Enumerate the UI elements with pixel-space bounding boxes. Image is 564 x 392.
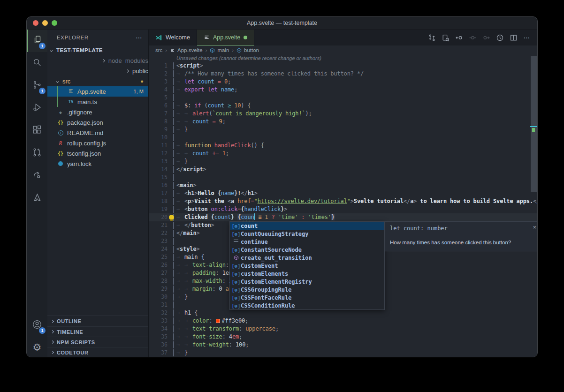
code-line-32[interactable]: 32→h1 { [149, 309, 537, 317]
split-editor-icon[interactable] [509, 33, 518, 42]
suggest-item-customelementregistry[interactable]: [⊜]CustomElementRegistry [230, 278, 384, 286]
sidebar-more-actions[interactable]: ⋯ [136, 34, 143, 41]
tab-welcome[interactable]: Welcome [149, 30, 197, 45]
settings-button[interactable]: ⚙ [27, 337, 47, 357]
suggest-item-continue[interactable]: continue [230, 238, 384, 246]
code-line-17[interactable]: 17→<h1>Hello {name}!</h1> [149, 189, 537, 197]
code-line-5[interactable]: 5 [149, 94, 537, 102]
code-line-11[interactable]: 11→function handleClick() { [149, 142, 537, 150]
code-line-19[interactable]: 19→<button on:click={handleClick}> [149, 205, 537, 213]
tree-item-app-svelte[interactable]: App.svelte1, M [47, 86, 148, 97]
account-badge: 1 [39, 327, 46, 334]
open-changes-icon[interactable] [441, 33, 450, 42]
code-line-4[interactable]: 4→export let name; [149, 86, 537, 94]
code-line-9[interactable]: 9→} [149, 126, 537, 134]
code-line-6[interactable]: 6→$: if (count ≥ 10) { [149, 102, 537, 110]
symbol-variable-icon: [⊜] [231, 279, 241, 285]
code-line-14[interactable]: 14</script> [149, 166, 537, 173]
code-line-12[interactable]: 12→→count += 1; [149, 150, 537, 158]
code-line-16[interactable]: 16<main> [149, 181, 537, 189]
suggest-item-customevent[interactable]: [⊜]CustomEvent [230, 262, 384, 270]
suggest-item-count[interactable]: [⊜]count [230, 222, 384, 230]
suggest-item-cssfontfacerule[interactable]: [⊜]CSSFontFaceRule [230, 294, 384, 302]
tree-item-src[interactable]: src● [47, 76, 148, 86]
tree-item--gitignore[interactable]: ◆.gitignore [47, 107, 148, 117]
run-and-debug-icon [32, 102, 42, 114]
activity-github-pr[interactable] [27, 142, 47, 165]
code-line-18[interactable]: 18→<p>Visit the <a href="https://svelte.… [149, 197, 537, 205]
suggest-item-countqueuingstrategy[interactable]: [⊜]CountQueuingStrategy [230, 230, 384, 238]
section-outline[interactable]: OUTLINE [47, 316, 148, 326]
section-codetour[interactable]: CODETOUR [47, 347, 148, 357]
activity-extensions[interactable] [27, 120, 47, 142]
breadcrumb-item-button[interactable]: button [236, 47, 259, 53]
suggest-docs-signature: let count: number [390, 225, 448, 232]
code-line-2[interactable]: 2→/** How many times has someone clicked… [149, 70, 537, 78]
code-line-1[interactable]: 1<script> [149, 62, 537, 70]
activity-azure[interactable] [27, 187, 47, 210]
braces-icon: {} [56, 151, 65, 156]
activity-live-share[interactable] [27, 165, 47, 187]
tab-label: Welcome [166, 34, 190, 41]
suggest-item-create_out_transition[interactable]: create_out_transition [230, 254, 384, 262]
breadcrumb-item-main[interactable]: main [210, 47, 229, 53]
code-line-10[interactable]: 10 [149, 134, 537, 142]
close-icon[interactable]: × [533, 224, 536, 231]
code-line-7[interactable]: 7→→alert(`count is dangerously high!`); [149, 110, 537, 118]
chevron-right-icon [102, 59, 105, 62]
tree-item-yarn-lock[interactable]: yarn.lock [47, 158, 148, 169]
suggest-item-cssconditionrule[interactable]: [⊜]CSSConditionRule [230, 302, 384, 309]
editor-scrollbar[interactable] [530, 55, 537, 357]
sidebar-sections: OUTLINETIMELINENPM SCRIPTSCODETOUR [47, 316, 148, 357]
breadcrumb-item-app-svelte[interactable]: App.svelte [170, 47, 203, 53]
tree-item-tsconfig-json[interactable]: {}tsconfig.json [47, 148, 148, 158]
activity-explorer[interactable]: 1 [27, 30, 47, 52]
tree-item-main-ts[interactable]: TSmain.ts [47, 97, 148, 107]
breadcrumb: src›App.svelte›main›button [149, 45, 537, 55]
chevron-right-icon [51, 319, 54, 323]
close-window-button[interactable] [33, 20, 38, 26]
tree-item-node-modules[interactable]: node_modules [47, 55, 148, 66]
code-line-36[interactable]: 36→→font-weight: 100; [149, 341, 537, 349]
code-line-20[interactable]: 20→Clicked {count} {coun ≡ 1 ? 'time' : … [149, 213, 537, 221]
breadcrumb-item-src[interactable]: src [155, 47, 162, 53]
suggest-item-cssgroupingrule[interactable]: [⊜]CSSGroupingRule [230, 286, 384, 294]
activity-source-control[interactable]: 1 [27, 75, 47, 97]
activity-search[interactable] [27, 52, 47, 75]
suggest-item-constantsourcenode[interactable]: [⊜]ConstantSourceNode [230, 246, 384, 254]
tree-item-public[interactable]: public [47, 66, 148, 76]
account-button[interactable]: 1 [27, 314, 47, 337]
modified-dot-icon[interactable] [244, 36, 247, 39]
tab-bar: Welcome App.svelte ⋯ [149, 30, 537, 45]
minimize-window-button[interactable] [42, 20, 48, 26]
more-actions-icon[interactable]: ⋯ [522, 33, 532, 42]
code-line-35[interactable]: 35→→font-size: 4em; [149, 333, 537, 341]
previous-change-icon[interactable] [454, 33, 464, 42]
activity-bar: 1 1 [27, 30, 47, 357]
tree-item-rollup-config-js[interactable]: Rrollup.config.js [47, 138, 148, 148]
code-line-13[interactable]: 13→} [149, 158, 537, 166]
code-line-15[interactable]: 15 [149, 173, 537, 181]
code-editor[interactable]: Unsaved changes (cannot determine recent… [149, 55, 537, 357]
tree-root-folder[interactable]: TEST-TEMPLATE [47, 45, 148, 55]
file-history-icon[interactable] [495, 33, 504, 42]
section-npm-scripts[interactable]: NPM SCRIPTS [47, 337, 148, 347]
color-swatch [216, 319, 220, 323]
activity-run-debug[interactable] [27, 97, 47, 120]
compare-changes-icon[interactable] [427, 33, 436, 42]
code-line-37[interactable]: 37→} [149, 349, 537, 357]
code-line-34[interactable]: 34→→text-transform: uppercase; [149, 325, 537, 333]
section-timeline[interactable]: TIMELINE [47, 326, 148, 337]
zoom-window-button[interactable] [52, 20, 57, 26]
code-line-8[interactable]: 8→→count = 9; [149, 118, 537, 126]
tab-app-svelte[interactable]: App.svelte [197, 30, 254, 45]
tree-item-readme-md[interactable]: iREADME.md [47, 128, 148, 138]
lightbulb-icon[interactable] [169, 215, 174, 220]
tree-item-package-json[interactable]: {}package.json [47, 117, 148, 128]
scrollbar-slider[interactable] [531, 56, 537, 192]
suggest-item-customelements[interactable]: [⊜]customElements [230, 270, 384, 278]
gutter-change-icon[interactable] [468, 33, 477, 42]
code-line-33[interactable]: 33→→color: #ff3e00; [149, 317, 537, 325]
next-change-icon[interactable] [481, 33, 491, 42]
code-line-3[interactable]: 3→let count = 0; [149, 78, 537, 86]
